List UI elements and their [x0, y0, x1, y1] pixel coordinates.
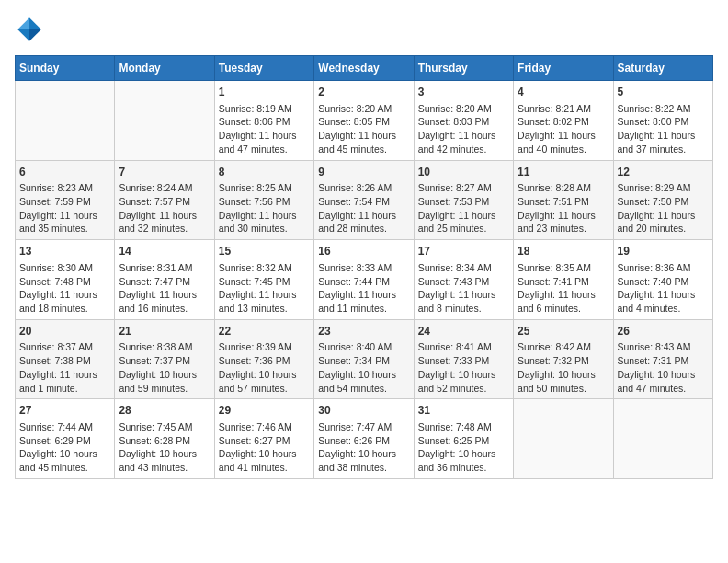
day-info: Daylight: 11 hours and 40 minutes. — [518, 129, 609, 155]
day-info: Daylight: 11 hours and 18 minutes. — [19, 288, 110, 315]
day-info: Sunrise: 7:47 AM — [318, 420, 409, 434]
day-number: 13 — [19, 244, 110, 259]
calendar-cell: 20Sunrise: 8:37 AMSunset: 7:38 PMDayligh… — [16, 319, 115, 399]
svg-marker-1 — [17, 17, 29, 29]
calendar-cell: 21Sunrise: 8:38 AMSunset: 7:37 PMDayligh… — [115, 319, 214, 399]
day-info: Sunrise: 8:20 AM — [318, 102, 409, 116]
header-cell-tuesday: Tuesday — [214, 56, 313, 81]
day-info: Sunset: 8:06 PM — [219, 115, 310, 129]
day-info: Daylight: 10 hours and 50 minutes. — [518, 368, 609, 395]
day-info: Daylight: 11 hours and 47 minutes. — [219, 129, 310, 155]
day-info: Sunset: 7:45 PM — [219, 275, 310, 289]
day-number: 12 — [618, 165, 709, 180]
day-number: 23 — [318, 324, 409, 339]
day-info: Sunset: 7:48 PM — [19, 275, 110, 289]
day-info: Sunrise: 8:42 AM — [518, 340, 609, 354]
calendar-cell: 26Sunrise: 8:43 AMSunset: 7:31 PMDayligh… — [613, 319, 712, 399]
page-header — [15, 15, 713, 44]
day-number: 7 — [119, 165, 210, 180]
day-number: 25 — [518, 324, 609, 339]
day-info: Daylight: 11 hours and 35 minutes. — [19, 209, 110, 236]
calendar-cell: 4Sunrise: 8:21 AMSunset: 8:02 PMDaylight… — [514, 81, 613, 161]
calendar-cell: 15Sunrise: 8:32 AMSunset: 7:45 PMDayligh… — [214, 240, 313, 320]
calendar-cell: 28Sunrise: 7:45 AMSunset: 6:28 PMDayligh… — [115, 399, 214, 479]
day-info: Sunrise: 8:21 AM — [518, 102, 609, 116]
day-info: Daylight: 11 hours and 1 minute. — [19, 368, 110, 395]
day-info: Daylight: 11 hours and 42 minutes. — [418, 129, 509, 155]
day-info: Sunrise: 8:29 AM — [618, 181, 709, 195]
day-info: Sunset: 6:28 PM — [119, 434, 210, 448]
calendar-cell: 16Sunrise: 8:33 AMSunset: 7:44 PMDayligh… — [314, 240, 414, 320]
day-info: Sunrise: 8:31 AM — [119, 261, 210, 275]
day-info: Daylight: 10 hours and 47 minutes. — [618, 368, 709, 395]
day-info: Sunrise: 8:40 AM — [318, 340, 409, 354]
day-info: Sunrise: 8:37 AM — [19, 340, 110, 354]
calendar-cell: 29Sunrise: 7:46 AMSunset: 6:27 PMDayligh… — [214, 399, 313, 479]
day-info: Sunset: 7:36 PM — [219, 354, 310, 368]
day-info: Daylight: 11 hours and 13 minutes. — [219, 288, 310, 315]
header-cell-monday: Monday — [115, 56, 214, 81]
day-info: Daylight: 10 hours and 54 minutes. — [318, 368, 409, 395]
calendar-cell: 12Sunrise: 8:29 AMSunset: 7:50 PMDayligh… — [613, 160, 712, 240]
day-info: Sunrise: 8:26 AM — [318, 181, 409, 195]
calendar-cell: 18Sunrise: 8:35 AMSunset: 7:41 PMDayligh… — [514, 240, 613, 320]
day-number: 9 — [318, 165, 409, 180]
calendar-cell — [613, 399, 712, 479]
day-number: 6 — [19, 165, 110, 180]
day-number: 30 — [318, 403, 409, 419]
day-number: 20 — [19, 324, 110, 339]
calendar-cell: 27Sunrise: 7:44 AMSunset: 6:29 PMDayligh… — [16, 399, 115, 479]
day-info: Sunrise: 7:44 AM — [19, 420, 110, 434]
day-number: 11 — [518, 165, 609, 180]
day-info: Daylight: 10 hours and 52 minutes. — [418, 368, 509, 395]
day-info: Sunset: 7:51 PM — [518, 195, 609, 209]
day-info: Daylight: 11 hours and 28 minutes. — [318, 209, 409, 236]
day-info: Daylight: 10 hours and 36 minutes. — [418, 447, 509, 474]
day-info: Sunset: 7:43 PM — [418, 275, 509, 289]
day-info: Daylight: 11 hours and 8 minutes. — [418, 288, 509, 315]
day-info: Sunrise: 7:45 AM — [119, 420, 210, 434]
header-cell-wednesday: Wednesday — [314, 56, 414, 81]
day-number: 2 — [318, 85, 409, 100]
day-number: 24 — [418, 324, 509, 339]
logo — [15, 15, 48, 44]
day-info: Sunrise: 8:19 AM — [219, 102, 310, 116]
day-info: Sunset: 7:47 PM — [119, 275, 210, 289]
calendar-cell: 10Sunrise: 8:27 AMSunset: 7:53 PMDayligh… — [414, 160, 513, 240]
day-info: Sunrise: 7:48 AM — [418, 420, 509, 434]
day-info: Daylight: 11 hours and 30 minutes. — [219, 209, 310, 236]
day-info: Daylight: 11 hours and 37 minutes. — [618, 129, 709, 155]
day-info: Daylight: 11 hours and 6 minutes. — [518, 288, 609, 315]
day-number: 3 — [418, 85, 509, 100]
day-number: 18 — [518, 244, 609, 259]
calendar-table: SundayMondayTuesdayWednesdayThursdayFrid… — [15, 55, 713, 479]
calendar-cell: 22Sunrise: 8:39 AMSunset: 7:36 PMDayligh… — [214, 319, 313, 399]
calendar-cell: 2Sunrise: 8:20 AMSunset: 8:05 PMDaylight… — [314, 81, 414, 161]
calendar-cell — [16, 81, 115, 161]
day-number: 8 — [219, 165, 310, 180]
day-info: Sunset: 7:50 PM — [618, 195, 709, 209]
calendar-cell: 7Sunrise: 8:24 AMSunset: 7:57 PMDaylight… — [115, 160, 214, 240]
day-info: Sunrise: 8:30 AM — [19, 261, 110, 275]
day-info: Sunset: 7:37 PM — [119, 354, 210, 368]
calendar-cell: 23Sunrise: 8:40 AMSunset: 7:34 PMDayligh… — [314, 319, 414, 399]
day-info: Sunset: 7:41 PM — [518, 275, 609, 289]
day-number: 28 — [119, 403, 210, 419]
day-info: Daylight: 11 hours and 32 minutes. — [119, 209, 210, 236]
svg-marker-3 — [29, 29, 41, 41]
header-cell-sunday: Sunday — [16, 56, 115, 81]
calendar-header: SundayMondayTuesdayWednesdayThursdayFrid… — [16, 56, 713, 81]
svg-marker-2 — [17, 29, 29, 41]
day-info: Sunrise: 8:36 AM — [618, 261, 709, 275]
day-number: 15 — [219, 244, 310, 259]
day-number: 10 — [418, 165, 509, 180]
calendar-cell: 14Sunrise: 8:31 AMSunset: 7:47 PMDayligh… — [115, 240, 214, 320]
header-cell-saturday: Saturday — [613, 56, 712, 81]
day-info: Daylight: 10 hours and 43 minutes. — [119, 447, 210, 474]
week-row-4: 20Sunrise: 8:37 AMSunset: 7:38 PMDayligh… — [16, 319, 713, 399]
calendar-cell: 9Sunrise: 8:26 AMSunset: 7:54 PMDaylight… — [314, 160, 414, 240]
day-info: Sunset: 6:25 PM — [418, 434, 509, 448]
calendar-cell — [514, 399, 613, 479]
day-number: 29 — [219, 403, 310, 419]
day-info: Daylight: 11 hours and 4 minutes. — [618, 288, 709, 315]
